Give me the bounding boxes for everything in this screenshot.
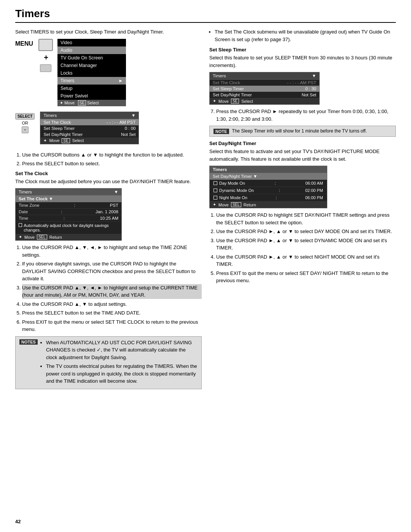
set-daynight-header: Set Day/Night Timer bbox=[209, 141, 396, 146]
menu-item-timers[interactable]: Timers ► bbox=[57, 77, 126, 85]
daynight-steps: Use the CURSOR PAD to highlight SET DAY/… bbox=[209, 211, 396, 284]
clock-time-row[interactable]: Time : 10:25 AM bbox=[16, 215, 121, 222]
menu-item-audio[interactable]: Audio bbox=[57, 46, 126, 54]
sleep-timer-row-sleep[interactable]: Set Sleep Timer 0 : 30 bbox=[210, 86, 319, 92]
notes-box: NOTES When AUTOMATICALLY AD UST CLOC FOR… bbox=[15, 336, 202, 389]
note-box: NOTE The Sleep Timer info will show for … bbox=[209, 126, 396, 137]
or-label: OR bbox=[22, 121, 28, 125]
main-menu: Video Audio TV Guide On Screen Channel M… bbox=[57, 39, 126, 106]
daynight-menu-footer: ✦ Move SEL Return bbox=[210, 201, 327, 208]
daynight-menu-subheader[interactable]: Set Day/Night Timer ▼ bbox=[210, 173, 327, 180]
sleep-step-7: Press the CURSOR PAD ► repeatedly to set… bbox=[216, 108, 396, 123]
daynight-menu: Timers Set Day/Night Timer ▼ Day Mode On… bbox=[209, 166, 327, 208]
step-1: Use the CURSOR buttons ▲ or ▼ to highlig… bbox=[22, 151, 202, 159]
set-the-clock-desc: The Clock must be adjusted before you ca… bbox=[15, 178, 202, 185]
daynight-menu-header: Timers bbox=[210, 166, 327, 173]
menu-item-locks[interactable]: Locks bbox=[57, 69, 126, 77]
set-sleep-timer-desc: Select this feature to set your SLEEP TI… bbox=[209, 54, 396, 69]
note-text: The Sleep Timer info will show for 1 min… bbox=[232, 128, 367, 134]
note-item-1: When AUTOMATICALLY AD UST CLOC FOR DAYLI… bbox=[46, 339, 198, 361]
right-top-note: The Set The Clock submenu will be unavai… bbox=[209, 28, 396, 43]
clock-step-4: Use the CURSOR PAD ▲, ▼ to adjust settin… bbox=[22, 300, 202, 308]
menu-item-video[interactable]: Video bbox=[57, 39, 126, 46]
note-label: NOTE bbox=[213, 129, 229, 134]
menu-item-setup[interactable]: Setup bbox=[57, 85, 126, 92]
daynight-step-4: Use the CURSOR PAD ►, ▲ or ▼ to select N… bbox=[216, 253, 396, 268]
clock-steps: Use the CURSOR PAD ▲, ▼, ◄, ► to highlig… bbox=[15, 244, 202, 333]
sleep-timer-row-clock[interactable]: Set The Clock - - : - - AM PST bbox=[210, 80, 319, 86]
dot-button[interactable]: · bbox=[22, 126, 29, 133]
set-daynight-desc: Select this feature to activate and set … bbox=[209, 148, 396, 163]
menu-plus-icon: + bbox=[44, 53, 48, 62]
step-2: Press the SELECT button to select. bbox=[22, 160, 202, 168]
day-mode-checkbox[interactable] bbox=[213, 181, 217, 185]
timers-menu-footer: ✦ Move SE Select bbox=[40, 137, 139, 144]
daynight-row-night[interactable]: Night Mode On : 06:00 PM bbox=[210, 194, 327, 201]
menu-item-tvguide[interactable]: TV Guide On Screen bbox=[57, 54, 126, 62]
sleep-timer-menu-header: Timers ▼ bbox=[210, 72, 319, 80]
timers-menu-header: Timers ▼ bbox=[40, 112, 139, 119]
intro-text: Select TIMERS to set your Clock, Sleep T… bbox=[15, 28, 202, 36]
daynight-step-5: Press EXIT to quit the menu or select SE… bbox=[216, 270, 396, 284]
page-number: 42 bbox=[15, 519, 21, 524]
timers-row-setclock[interactable]: Set The Clock - - : - - AM PST bbox=[40, 119, 139, 125]
menu-item-channel[interactable]: Channel Manager bbox=[57, 62, 126, 69]
small-timers-menu: Timers ▼ Set The Clock - - : - - AM PST … bbox=[40, 112, 139, 144]
intro-steps: Use the CURSOR buttons ▲ or ▼ to highlig… bbox=[15, 151, 202, 168]
set-the-clock-header: Set The Clock bbox=[15, 171, 202, 176]
daynight-row-dynamic[interactable]: Dynamic Mode On : 02:00 PM bbox=[210, 187, 327, 194]
clock-step-5: Press the SELECT button to set the TIME … bbox=[22, 309, 202, 317]
clock-step-2: If you observe daylight savings, use the… bbox=[22, 260, 202, 283]
sleep-timer-menu-footer: ✦ Move SE Select bbox=[210, 98, 319, 104]
daynight-row-day[interactable]: Day Mode On : 06:00 AM bbox=[210, 180, 327, 187]
clock-checkbox-row[interactable]: Automatically adjust clock for daylight … bbox=[16, 222, 121, 234]
night-mode-checkbox[interactable] bbox=[213, 196, 217, 200]
clock-timezone-row[interactable]: Time Zone : PST bbox=[16, 202, 121, 209]
sleep-timer-steps: Press the CURSOR PAD ► repeatedly to set… bbox=[209, 108, 396, 123]
note-item-2: The TV counts electrical pulses for regu… bbox=[46, 363, 198, 385]
clock-step-6: Press EXIT to quit the menu or select SE… bbox=[22, 318, 202, 333]
daynight-step-1: Use the CURSOR PAD to highlight SET DAY/… bbox=[216, 211, 396, 226]
daynight-step-2: Use the CURSOR PAD ►, ▲ or ▼ to select D… bbox=[216, 228, 396, 235]
clock-submenu: Timers ▼ Set The Clock ▼ Time Zone : PST… bbox=[15, 188, 122, 241]
page-title: Timers bbox=[15, 8, 396, 23]
clock-date-row[interactable]: Date : Jan. 1 2008 bbox=[16, 209, 121, 215]
menu-item-powerswivel[interactable]: Power Swivel bbox=[57, 92, 126, 100]
daynight-step-3: Use the CURSOR PAD ►, ▲ or ▼ to select D… bbox=[216, 237, 396, 252]
sleep-timer-menu: Timers ▼ Set The Clock - - : - - AM PST … bbox=[209, 72, 320, 105]
daylight-checkbox[interactable] bbox=[19, 223, 22, 227]
timers-row-sleeptimer[interactable]: Set Sleep Timer 0 : 00 bbox=[40, 125, 139, 131]
notes-label: NOTES bbox=[19, 339, 38, 345]
clock-menu-subheader[interactable]: Set The Clock ▼ bbox=[16, 195, 121, 202]
clock-menu-footer: ✦ Move SEL Return bbox=[16, 234, 121, 240]
clock-step-1: Use the CURSOR PAD ▲, ▼, ◄, ► to highlig… bbox=[22, 244, 202, 259]
menu-footer: ✦ Move SE Select bbox=[57, 100, 126, 106]
notes-list: When AUTOMATICALLY AD UST CLOC FOR DAYLI… bbox=[41, 339, 198, 387]
timers-row-daynight[interactable]: Set Day/Night Timer Not Set bbox=[40, 131, 139, 137]
clock-step-3: Use the CURSOR PAD ▲, ▼, ◄, ► to highlig… bbox=[22, 284, 202, 299]
select-button[interactable]: SELECT bbox=[15, 113, 35, 120]
sleep-timer-row-daynight[interactable]: Set Day/Night Timer Not Set bbox=[210, 92, 319, 98]
menu-label: MENU bbox=[15, 40, 33, 47]
dynamic-mode-checkbox[interactable] bbox=[213, 189, 217, 192]
set-sleep-timer-header: Set Sleep Timer bbox=[209, 47, 396, 53]
select-button-wrapper: SELECT OR · bbox=[15, 113, 35, 133]
right-bullet-1: The Set The Clock submenu will be unavai… bbox=[215, 28, 396, 43]
clock-menu-header: Timers ▼ bbox=[16, 189, 121, 195]
